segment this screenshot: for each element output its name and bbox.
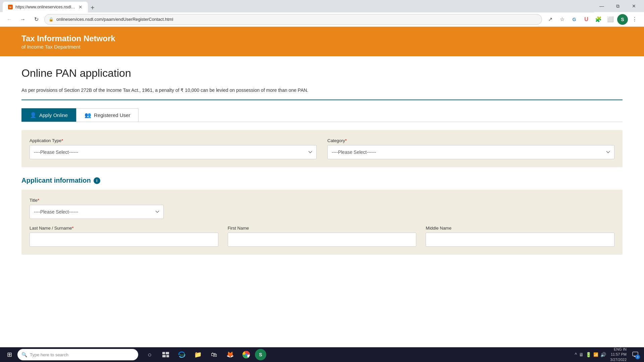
share-button[interactable]: ↗ [545,14,555,25]
start-button[interactable]: ⊞ [3,348,16,361]
category-label: Category* [327,138,614,143]
date-display: 3/27/2022 [610,357,627,362]
name-row: Last Name / Surname* First Name Middle N… [30,226,614,247]
store-button[interactable]: 🛍 [207,347,221,362]
close-button[interactable]: ✕ [627,1,641,11]
applicant-info-icon[interactable]: i [94,177,100,184]
applicant-info-label: Applicant information [21,177,91,184]
notification-button[interactable]: 3 [629,349,641,361]
extensions-button[interactable]: 🧩 [593,14,604,25]
middle-name-label: Middle Name [426,226,614,231]
firefox-button[interactable]: 🦊 [223,347,237,362]
application-form-row: Application Type* ----Please Select-----… [30,138,614,159]
category-select[interactable]: ----Please Select------ [327,145,614,159]
registered-user-label: Registered User [94,112,130,118]
tabs-row: 👤 Apply Online 👥 Registered User [21,108,623,122]
toolbar-icons: ↗ ☆ G U 🧩 ⬜ S ⋮ [545,14,640,25]
title-select[interactable]: ----Please Select------ [30,205,164,219]
title-label: Title* [30,198,164,203]
title-bar: N https://www.onlineservices.nsdl.c... ✕… [0,0,644,12]
middle-name-col: Middle Name [426,226,614,247]
svg-rect-3 [166,355,169,357]
tab-label: https://www.onlineservices.nsdl.c... [15,5,76,9]
tab-registered-user[interactable]: 👥 Registered User [76,108,139,122]
notice-text: As per provisions of Section 272B of the… [21,87,623,93]
chrome-button[interactable] [239,347,254,362]
application-type-group: Application Type* ----Please Select-----… [30,138,317,159]
forward-button[interactable]: → [17,14,28,25]
apply-online-icon: 👤 [30,112,37,118]
volume-icon[interactable]: 🔊 [600,352,606,357]
time-display: 11:57 PM [610,352,627,357]
first-name-label: First Name [228,226,417,231]
split-screen-button[interactable]: ⬜ [605,14,616,25]
restore-button[interactable]: ⧉ [610,1,625,11]
page-title: Online PAN application [21,67,623,79]
last-name-col: Last Name / Surname* [30,226,218,247]
downloads-button[interactable]: U [581,14,592,25]
translate-button[interactable]: G [569,14,580,25]
divider [21,100,623,100]
first-name-input[interactable] [228,233,417,247]
app-s-button[interactable]: S [255,349,266,360]
address-bar[interactable]: 🔒 onlineservices.nsdl.com/paam/endUserRe… [44,14,542,25]
back-button[interactable]: ← [4,14,15,25]
apply-online-label: Apply Online [39,112,68,118]
tab-bar: N https://www.onlineservices.nsdl.c... ✕… [3,0,594,12]
window-controls: — ⧉ ✕ [594,1,641,11]
tab-favicon: N [8,5,13,9]
svg-rect-2 [162,355,166,357]
application-type-select[interactable]: ----Please Select------ [30,145,317,159]
minimize-button[interactable]: — [594,1,609,11]
site-logo: Tax Information Network of Income Tax De… [21,33,115,50]
middle-name-input[interactable] [426,233,614,247]
applicant-form-section: Title* ----Please Select------ Last Name… [21,190,623,255]
active-tab[interactable]: N https://www.onlineservices.nsdl.c... ✕ [3,2,88,12]
new-tab-button[interactable]: + [88,4,97,12]
task-view-button[interactable] [158,347,173,362]
logo-line2: of Income Tax Department [21,44,115,50]
favorites-button[interactable]: ☆ [557,14,568,25]
cortana-button[interactable]: ○ [142,347,157,362]
application-form-section: Application Type* ----Please Select-----… [21,130,623,167]
taskbar-right: ^ 🖥 🔋 📶 🔊 ENG IN 11:57 PM 3/27/2022 3 [575,347,641,362]
language-indicator: ENG IN [610,347,627,352]
reload-button[interactable]: ↻ [31,14,42,25]
tray-chevron[interactable]: ^ [575,352,577,357]
title-group: Title* ----Please Select------ [30,198,164,219]
last-name-label: Last Name / Surname* [30,226,218,231]
page-content: Tax Information Network of Income Tax De… [0,27,644,335]
logo-line1: Tax Information Network [21,33,115,44]
site-header: Tax Information Network of Income Tax De… [0,27,644,56]
file-explorer-button[interactable]: 📁 [191,347,205,362]
menu-button[interactable]: ⋮ [629,14,640,25]
category-group: Category* ----Please Select------ [327,138,614,159]
applicant-section: Applicant information i Title* ----Pleas… [21,177,623,255]
search-input[interactable] [30,352,134,357]
application-type-label: Application Type* [30,138,317,143]
address-bar-row: ← → ↻ 🔒 onlineservices.nsdl.com/paam/end… [0,12,644,27]
profile-button[interactable]: S [617,14,628,25]
last-name-input[interactable] [30,233,218,247]
notification-badge: 3 [635,355,640,359]
taskbar-search[interactable]: 🔍 [17,349,138,360]
svg-point-6 [245,354,248,356]
edge-browser-button[interactable] [174,347,189,362]
registered-user-icon: 👥 [85,112,91,118]
svg-rect-0 [162,352,165,354]
taskbar: ⊞ 🔍 ○ 📁 🛍 🦊 [0,347,644,362]
battery-icon[interactable]: 🔋 [586,352,591,357]
first-name-col: First Name [228,226,417,247]
tab-close-icon[interactable]: ✕ [78,4,83,10]
display-icon[interactable]: 🖥 [579,352,584,357]
system-tray-icons: ^ 🖥 🔋 📶 🔊 [575,352,606,357]
lock-icon: 🔒 [49,17,54,22]
search-icon: 🔍 [21,352,27,357]
tab-apply-online[interactable]: 👤 Apply Online [21,108,76,122]
taskbar-center-icons: ○ 📁 🛍 🦊 S [142,347,266,362]
applicant-section-title: Applicant information i [21,177,623,184]
clock[interactable]: ENG IN 11:57 PM 3/27/2022 [610,347,627,362]
network-icon[interactable]: 📶 [593,352,598,357]
main-content: Online PAN application As per provisions… [0,56,644,275]
address-text: onlineservices.nsdl.com/paam/endUserRegi… [56,17,173,22]
